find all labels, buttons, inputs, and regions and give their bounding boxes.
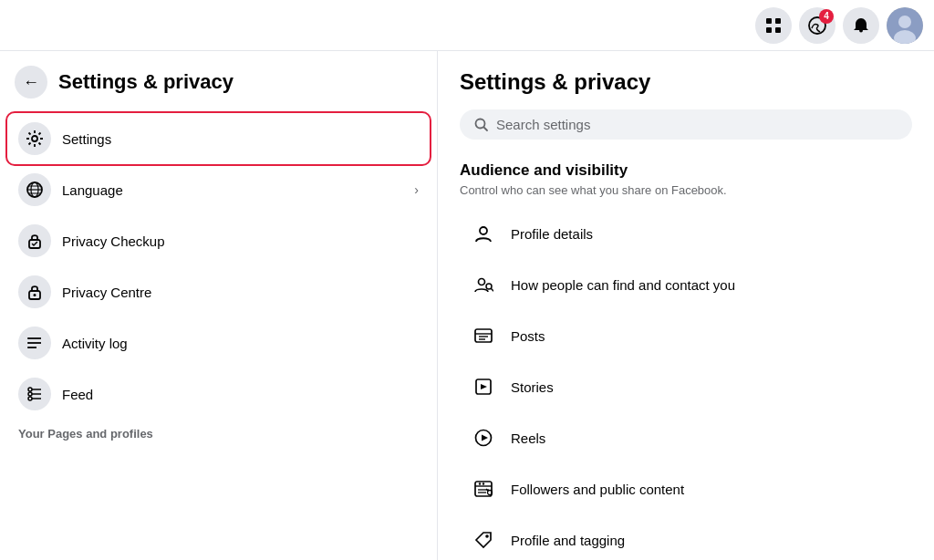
audience-section-title: Audience and visibility bbox=[460, 161, 912, 180]
privacy-centre-label: Privacy Centre bbox=[62, 285, 419, 300]
settings-icon-container bbox=[18, 122, 51, 155]
reels-label: Reels bbox=[511, 430, 545, 446]
menu-item-feed[interactable]: Feed bbox=[7, 368, 430, 420]
how-people-find-label: How people can find and contact you bbox=[511, 277, 735, 293]
privacy-checkup-label: Privacy Checkup bbox=[62, 233, 419, 249]
reels-icon bbox=[467, 421, 500, 454]
settings-item-followers[interactable]: Followers and public content bbox=[460, 463, 912, 514]
svg-rect-0 bbox=[766, 18, 772, 24]
back-button[interactable]: ← bbox=[15, 66, 47, 99]
svg-rect-3 bbox=[775, 27, 781, 33]
lock-check-icon bbox=[26, 232, 44, 250]
svg-point-23 bbox=[28, 392, 32, 396]
grid-icon bbox=[764, 16, 783, 35]
svg-point-8 bbox=[32, 136, 37, 141]
svg-point-25 bbox=[28, 388, 32, 391]
followers-icon bbox=[467, 472, 500, 505]
settings-item-reels[interactable]: Reels bbox=[460, 412, 912, 463]
menu-item-language[interactable]: Language › bbox=[7, 164, 430, 215]
lock-icon bbox=[26, 283, 44, 301]
settings-item-how-people-find[interactable]: How people can find and contact you bbox=[460, 259, 912, 310]
menu-item-privacy-centre[interactable]: Privacy Centre bbox=[7, 266, 430, 317]
svg-point-45 bbox=[483, 482, 484, 484]
feed-icon bbox=[26, 385, 44, 403]
audience-section-subtitle: Control who can see what you share on Fa… bbox=[460, 183, 912, 197]
language-icon-container bbox=[18, 173, 51, 206]
svg-rect-1 bbox=[775, 18, 781, 24]
stories-label: Stories bbox=[511, 379, 554, 395]
activity-log-icon-container bbox=[18, 327, 51, 359]
topbar: 4 bbox=[0, 0, 934, 51]
avatar-image bbox=[887, 7, 923, 44]
messenger-icon-btn[interactable]: 4 bbox=[799, 7, 835, 44]
settings-item-profile-tagging[interactable]: Profile and tagging bbox=[460, 514, 912, 560]
posts-icon bbox=[467, 319, 500, 352]
search-input[interactable] bbox=[496, 117, 898, 132]
svg-point-50 bbox=[485, 534, 489, 538]
bell-icon-btn[interactable] bbox=[843, 7, 879, 44]
svg-point-22 bbox=[27, 347, 29, 348]
settings-label: Settings bbox=[62, 131, 419, 147]
search-box[interactable] bbox=[460, 109, 912, 140]
bell-icon bbox=[851, 16, 871, 36]
profile-tagging-label: Profile and tagging bbox=[511, 533, 625, 548]
svg-point-21 bbox=[27, 342, 29, 344]
menu-list: Settings Language › bbox=[0, 109, 437, 560]
settings-item-profile-details[interactable]: Profile details bbox=[460, 208, 912, 259]
settings-item-stories[interactable]: Stories bbox=[460, 361, 912, 412]
svg-line-30 bbox=[484, 127, 488, 130]
svg-line-49 bbox=[486, 489, 488, 491]
svg-point-20 bbox=[27, 337, 29, 339]
svg-point-32 bbox=[479, 279, 485, 285]
posts-label: Posts bbox=[511, 328, 545, 344]
svg-rect-35 bbox=[475, 329, 492, 342]
person-search-icon bbox=[467, 268, 500, 301]
left-panel-title: Settings & privacy bbox=[58, 70, 234, 94]
left-panel-header: ← Settings & privacy bbox=[0, 51, 437, 109]
privacy-centre-icon-container bbox=[18, 275, 51, 308]
left-panel: ← Settings & privacy Settings bbox=[0, 51, 438, 560]
list-icon bbox=[26, 334, 44, 352]
tag-icon bbox=[467, 524, 500, 556]
svg-rect-2 bbox=[766, 27, 772, 33]
grid-icon-btn[interactable] bbox=[755, 7, 792, 44]
settings-item-posts[interactable]: Posts bbox=[460, 310, 912, 361]
back-arrow-icon: ← bbox=[23, 73, 39, 92]
language-label: Language bbox=[62, 182, 403, 198]
audience-settings-list: Profile details How people can find and … bbox=[460, 208, 912, 560]
gear-icon bbox=[26, 130, 44, 148]
globe-icon bbox=[26, 181, 44, 199]
menu-item-settings[interactable]: Settings bbox=[7, 113, 430, 164]
feed-icon-container bbox=[18, 378, 51, 410]
svg-point-31 bbox=[480, 227, 487, 234]
nav-icons: 4 bbox=[755, 7, 923, 44]
messenger-badge: 4 bbox=[819, 9, 834, 24]
search-icon bbox=[474, 118, 489, 132]
followers-label: Followers and public content bbox=[511, 482, 684, 497]
svg-point-27 bbox=[28, 397, 32, 400]
svg-line-34 bbox=[492, 289, 494, 292]
feed-label: Feed bbox=[62, 387, 419, 402]
menu-item-privacy-checkup[interactable]: Privacy Checkup bbox=[7, 215, 430, 266]
svg-marker-41 bbox=[482, 435, 488, 441]
menu-item-activity-log[interactable]: Activity log bbox=[7, 317, 430, 368]
section-label-pages: Your Pages and profiles bbox=[7, 420, 430, 444]
stories-icon bbox=[467, 370, 500, 403]
svg-point-16 bbox=[34, 294, 36, 296]
profile-details-label: Profile details bbox=[511, 226, 593, 242]
right-panel: Settings & privacy Audience and visibili… bbox=[438, 51, 934, 560]
privacy-checkup-icon-container bbox=[18, 224, 51, 257]
svg-point-44 bbox=[479, 482, 481, 484]
user-avatar[interactable] bbox=[887, 7, 923, 44]
person-icon bbox=[467, 217, 500, 250]
language-chevron-icon: › bbox=[414, 182, 419, 197]
svg-point-6 bbox=[898, 16, 911, 28]
activity-log-label: Activity log bbox=[62, 336, 419, 351]
right-panel-title: Settings & privacy bbox=[460, 69, 912, 95]
main-layout: ← Settings & privacy Settings bbox=[0, 51, 934, 560]
